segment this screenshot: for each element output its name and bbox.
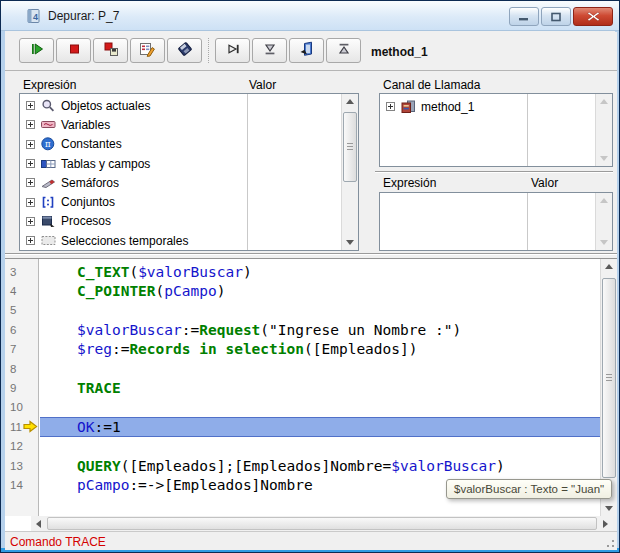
scroll-left-icon [36, 520, 41, 528]
maximize-button[interactable] [541, 7, 571, 26]
tree-item[interactable]: Conjuntos [20, 192, 340, 211]
code-line[interactable]: 13QUERY([Empleados];[Empleados]Nombre=$v… [5, 456, 600, 475]
tree-item[interactable]: method_1 [380, 97, 594, 116]
expand-toggle-icon[interactable] [26, 198, 35, 207]
editor-horizontal-scrollbar[interactable] [31, 516, 613, 531]
abort-button[interactable] [56, 38, 91, 63]
scroll-up-button[interactable] [596, 94, 612, 109]
expand-toggle-icon[interactable] [26, 120, 35, 129]
continue-icon [29, 41, 45, 61]
code-line[interactable]: 11OK:=1 [5, 417, 600, 436]
tree-item[interactable]: Variables [20, 115, 340, 134]
code-text [40, 301, 600, 320]
tree-item[interactable]: Semáforos [20, 173, 340, 192]
expand-toggle-icon[interactable] [26, 217, 35, 226]
line-number[interactable]: 3 [5, 262, 40, 281]
custom-watch-scrollbar[interactable] [595, 193, 612, 250]
tree-item[interactable]: πConstantes [20, 135, 340, 154]
expand-toggle-icon[interactable] [26, 236, 35, 245]
scroll-up-button[interactable] [342, 94, 358, 109]
call-chain-listbox[interactable]: method_1 [379, 93, 613, 167]
code-line[interactable]: 12 [5, 437, 600, 456]
scrollbar-thumb[interactable] [602, 278, 616, 478]
step-out-button[interactable] [289, 38, 324, 63]
editor-splitter[interactable] [5, 253, 617, 254]
continue-button[interactable] [19, 38, 54, 63]
code-token: pCampo [164, 283, 216, 299]
step-into-icon [262, 41, 278, 61]
method-icon [401, 100, 416, 114]
edit-method-button[interactable] [130, 38, 165, 63]
scroll-right-button[interactable] [598, 516, 613, 531]
watch-listbox[interactable]: Objetos actualesVariablesπConstantesTabl… [19, 93, 359, 251]
code-line[interactable]: 3C_TEXT($valorBuscar) [5, 262, 600, 281]
line-number[interactable]: 12 [5, 437, 40, 456]
scrollbar-thumb[interactable] [343, 112, 357, 182]
line-number[interactable]: 8 [5, 359, 40, 378]
close-button[interactable] [573, 7, 613, 26]
code-line[interactable]: 5 [5, 301, 600, 320]
code-line[interactable]: 9TRACE [5, 378, 600, 397]
code-text [40, 398, 600, 417]
line-number[interactable]: 11 [5, 417, 40, 436]
minimize-button[interactable] [509, 7, 539, 26]
code-line[interactable]: 8 [5, 359, 600, 378]
code-token: Request [199, 322, 260, 338]
expand-toggle-icon[interactable] [26, 178, 35, 187]
scroll-down-button[interactable] [596, 235, 612, 250]
line-number[interactable]: 5 [5, 301, 40, 320]
code-token: ) [243, 264, 252, 280]
call-chain-scrollbar[interactable] [595, 94, 612, 166]
line-number[interactable]: 6 [5, 320, 40, 339]
step-to-end-button[interactable] [326, 38, 361, 63]
code-token: ([Empleados]) [304, 341, 418, 357]
line-number[interactable]: 9 [5, 378, 40, 397]
scroll-down-button[interactable] [342, 235, 358, 250]
scroll-down-icon [600, 240, 608, 245]
scroll-down-button[interactable] [596, 151, 612, 166]
tables-icon [41, 157, 56, 171]
code-line[interactable]: 4C_POINTER(pCampo) [5, 281, 600, 300]
tree-item-label: Objetos actuales [61, 99, 150, 113]
code-editor[interactable]: 3C_TEXT($valorBuscar)4C_POINTER(pCampo)5… [5, 258, 617, 516]
watch-scrollbar[interactable] [341, 94, 358, 250]
scroll-down-button[interactable] [601, 501, 617, 516]
code-line[interactable]: 7$reg:=Records in selection([Empleados]) [5, 340, 600, 359]
line-number[interactable]: 7 [5, 340, 40, 359]
scroll-left-button[interactable] [31, 516, 46, 531]
expand-toggle-icon[interactable] [386, 102, 395, 111]
save-settings-button[interactable] [167, 38, 202, 63]
resize-grip[interactable] [603, 536, 615, 548]
step-over-button[interactable] [215, 38, 250, 63]
editor-vertical-scrollbar[interactable] [600, 259, 617, 516]
tree-item[interactable]: Procesos [20, 212, 340, 231]
line-number[interactable]: 4 [5, 281, 40, 300]
line-number[interactable]: 14 [5, 475, 40, 494]
tree-item[interactable]: Tablas y campos [20, 154, 340, 173]
line-number[interactable]: 13 [5, 456, 40, 475]
tree-item[interactable]: Selecciones temporales [20, 231, 340, 250]
code-token: :=->[Empleados]Nombre [129, 477, 312, 493]
scroll-up-button[interactable] [596, 193, 612, 208]
call-chain-column-divider[interactable] [527, 94, 528, 166]
watch-column-divider[interactable] [247, 94, 248, 250]
scrollbar-thumb[interactable] [47, 517, 597, 530]
line-number[interactable]: 10 [5, 398, 40, 417]
right-panel-divider[interactable] [375, 171, 613, 172]
code-token: ("Ingrese un Nombre :") [260, 322, 461, 338]
tree-item[interactable]: Objetos actuales [20, 96, 340, 115]
code-token: $valorBuscar [391, 458, 496, 474]
code-line[interactable]: 6$valorBuscar:=Request("Ingrese un Nombr… [5, 320, 600, 339]
custom-watch-column-divider[interactable] [527, 193, 528, 250]
expand-toggle-icon[interactable] [26, 159, 35, 168]
expand-toggle-icon[interactable] [26, 101, 35, 110]
step-into-button[interactable] [252, 38, 287, 63]
scroll-up-button[interactable] [601, 259, 617, 274]
expand-toggle-icon[interactable] [26, 140, 35, 149]
code-line[interactable]: 10 [5, 398, 600, 417]
custom-watch-listbox[interactable] [379, 192, 613, 251]
abort-save-button[interactable] [93, 38, 128, 63]
title-bar[interactable]: 4 Depurar: P_7 [1, 1, 619, 31]
window-title: Depurar: P_7 [48, 9, 119, 23]
svg-text:4: 4 [33, 12, 38, 22]
